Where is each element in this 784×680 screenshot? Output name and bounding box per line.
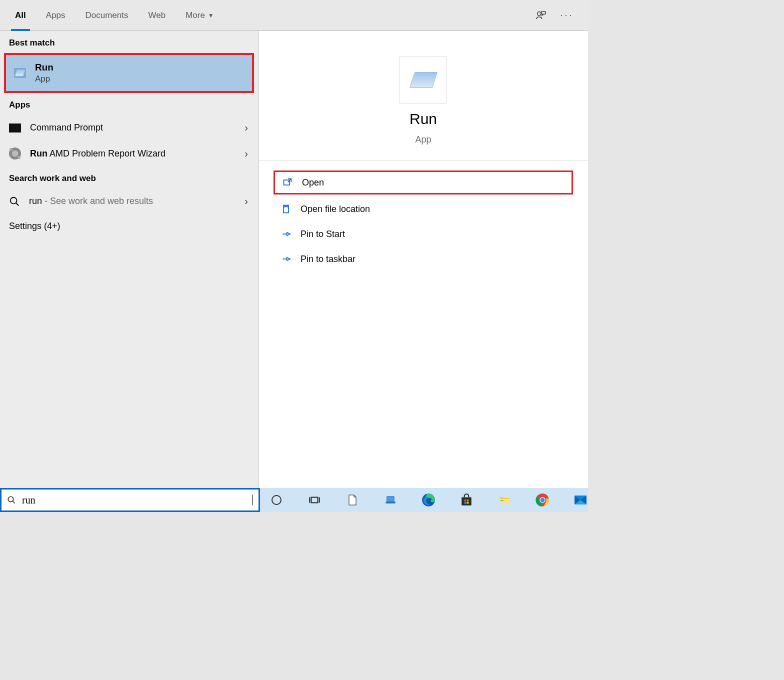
tab-more[interactable]: More▼ xyxy=(176,0,224,30)
svg-rect-13 xyxy=(467,500,469,502)
amd-icon xyxy=(9,148,21,160)
chrome-icon[interactable] xyxy=(535,492,550,508)
svg-rect-12 xyxy=(464,500,466,502)
result-subtitle: App xyxy=(35,74,54,84)
search-web-header: Search work and web xyxy=(0,166,258,188)
pin-icon xyxy=(280,254,292,264)
laptop-icon[interactable] xyxy=(383,492,398,508)
apps-header: Apps xyxy=(0,93,258,115)
result-command-prompt[interactable]: Command Prompt › xyxy=(0,115,258,140)
terminal-icon xyxy=(9,124,21,132)
cortana-icon[interactable] xyxy=(269,492,284,508)
svg-rect-17 xyxy=(500,500,504,501)
svg-rect-15 xyxy=(467,502,469,504)
more-options-icon[interactable]: ··· xyxy=(561,10,573,22)
svg-point-6 xyxy=(272,496,281,504)
svg-point-0 xyxy=(538,12,541,15)
results-list: Best match Run App Apps Command Prompt ›… xyxy=(0,31,258,488)
file-explorer-icon[interactable] xyxy=(497,492,512,508)
task-view-icon[interactable] xyxy=(307,492,322,508)
best-match-header: Best match xyxy=(0,31,258,53)
action-pin-taskbar[interactable]: Pin to taskbar xyxy=(274,248,573,270)
store-icon[interactable] xyxy=(459,492,474,508)
mail-icon[interactable] xyxy=(573,492,588,508)
result-web-run[interactable]: run - See work and web results › xyxy=(0,188,258,214)
svg-rect-1 xyxy=(542,11,546,14)
search-input[interactable] xyxy=(22,494,250,506)
result-settings-more[interactable]: Settings (4+) xyxy=(0,214,258,238)
svg-point-20 xyxy=(540,498,545,502)
search-icon xyxy=(7,496,16,504)
tab-web[interactable]: Web xyxy=(138,0,176,30)
result-title: Run xyxy=(35,62,54,73)
svg-rect-16 xyxy=(500,499,510,504)
result-run-app[interactable]: Run App xyxy=(6,55,252,91)
preview-subtitle: App xyxy=(415,134,431,145)
action-open[interactable]: Open xyxy=(274,170,573,194)
libreoffice-icon[interactable] xyxy=(345,492,360,508)
svg-rect-9 xyxy=(386,502,395,504)
open-icon xyxy=(282,177,293,188)
svg-rect-11 xyxy=(462,498,472,506)
run-icon xyxy=(14,68,26,78)
svg-rect-8 xyxy=(387,496,394,502)
svg-rect-14 xyxy=(464,502,466,504)
preview-title: Run xyxy=(410,110,437,128)
text-caret xyxy=(252,494,253,506)
tab-apps[interactable]: Apps xyxy=(36,0,76,30)
chevron-down-icon: ▼ xyxy=(208,12,214,19)
search-filter-tabs: All Apps Documents Web More▼ ··· xyxy=(0,0,588,31)
preview-app-icon xyxy=(400,56,447,104)
chevron-right-icon: › xyxy=(244,148,248,160)
chevron-right-icon: › xyxy=(244,122,248,134)
tab-documents[interactable]: Documents xyxy=(75,0,138,30)
svg-point-5 xyxy=(8,496,14,502)
tab-all[interactable]: All xyxy=(5,0,36,30)
taskbar-search-box[interactable] xyxy=(0,488,260,512)
svg-rect-7 xyxy=(312,498,318,503)
feedback-icon[interactable] xyxy=(535,10,547,22)
search-icon xyxy=(9,196,20,207)
highlight-best-match: Run App xyxy=(4,53,254,93)
svg-point-2 xyxy=(10,197,17,204)
folder-icon xyxy=(280,204,292,214)
action-open-file-location[interactable]: Open file location xyxy=(274,198,573,220)
chevron-right-icon: › xyxy=(244,196,248,207)
taskbar xyxy=(0,488,588,512)
pin-icon xyxy=(280,228,292,240)
edge-icon[interactable] xyxy=(421,492,436,508)
result-amd-wizard[interactable]: Run AMD Problem Report Wizard › xyxy=(0,140,258,166)
preview-pane: Run App Open Open file location xyxy=(258,31,588,488)
action-pin-start[interactable]: Pin to Start xyxy=(274,224,573,244)
